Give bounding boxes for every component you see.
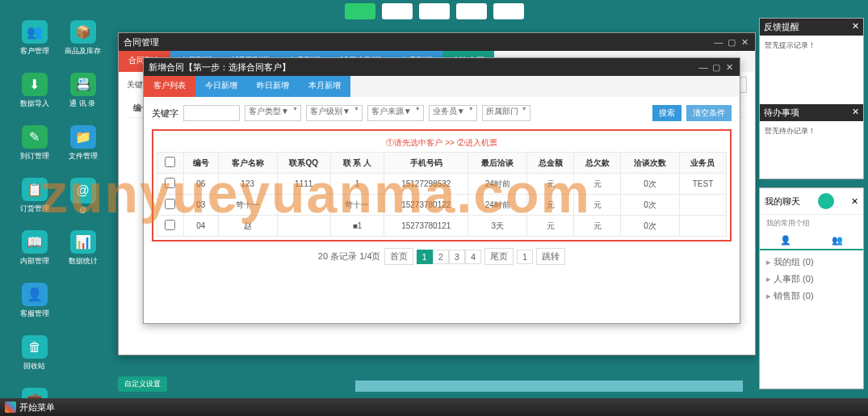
table-row[interactable]: 061231111 115127298532 24时前元 元0次TEST [157,174,727,195]
app-icon: 👤 [22,283,48,306]
icon-label: 商品及库存 [65,46,101,57]
todo-msg: 暂无待办记录！ [760,121,863,141]
icon-label: 到订管理 [20,151,49,162]
top-dock [342,0,527,23]
inner-titlebar[interactable]: 新增合同【第一步：选择合同客户】 — ▢ ✕ [144,58,740,76]
filter-row: 关键字 客户类型▼ 客户级别▼ 客户来源▼ 业务员▼ 所属部门 搜索 清空条件 [152,100,732,126]
desktop-icon[interactable]: 📁文件管理 [65,125,101,162]
customer-level-select[interactable]: 客户级别▼ [306,105,363,121]
pager: 20 条记录 1/4页 首页 1234 尾页 1 跳转 [152,242,732,271]
notice-title: 反馈提醒 [764,21,799,33]
desktop-icon[interactable]: ⬇数据导入 [16,73,52,109]
window-title: 合同管理 [124,36,159,48]
start-label: 开始菜单 [19,401,55,414]
desktop-icon[interactable]: 📖内部管理 [16,230,52,267]
pager-go[interactable]: 跳转 [536,248,565,265]
pager-page[interactable]: 2 [433,250,449,264]
app-icon: 📊 [70,230,96,254]
row-checkbox[interactable] [165,199,175,209]
app-icon: ✎ [22,125,48,149]
contact-group-item[interactable]: 销售部 (0) [766,288,857,305]
icon-label: 数据导入 [20,99,49,109]
pager-jump[interactable]: 1 [517,250,533,264]
inner-tab[interactable]: 今日新增 [195,76,247,97]
search-button[interactable]: 搜索 [652,105,681,121]
inner-tab[interactable]: 本月新增 [299,76,350,97]
row-checkbox[interactable] [165,178,175,188]
table-header: 总金额 [527,153,574,174]
contact-tab-group[interactable]: 👥 [811,232,863,249]
dock-item[interactable] [419,3,450,19]
desktop-icon[interactable]: 👥客户管理 [16,20,52,57]
table-row[interactable]: 03苛十一 苛十一15273780122 24时前元 元0次 [157,195,727,216]
inner-tabs: 客户列表今日新增昨日新增本月新增 [144,76,740,97]
todo-close-icon[interactable]: ✕ [852,107,859,119]
app-icon: 📖 [22,230,48,254]
desktop-icon[interactable]: 📊数据统计 [65,230,101,267]
row-checkbox[interactable] [165,220,175,230]
app-icon: 📁 [70,125,96,149]
icon-label: 客户管理 [20,46,49,57]
minimize-icon[interactable]: — [698,61,709,73]
contact-close-icon[interactable]: ✕ [851,196,858,207]
desktop-icon[interactable]: ✎到订管理 [16,125,52,162]
dock-item[interactable] [493,3,524,19]
desktop-icon[interactable]: 📦商品及库存 [65,20,101,57]
avatar-icon[interactable] [818,193,834,209]
inner-tab[interactable]: 客户列表 [144,76,195,97]
table-header [157,153,184,174]
maximize-icon[interactable]: ▢ [726,36,737,48]
pager-info: 20 条记录 1/4页 [318,250,381,263]
icon-label: @ [79,206,86,214]
table-header: 客户名称 [218,153,277,174]
pager-page[interactable]: 4 [465,250,481,264]
keyword-input[interactable] [183,105,240,121]
app-icon: ⬇ [22,73,48,96]
close-icon[interactable]: ✕ [723,61,735,73]
dock-item[interactable] [456,3,487,19]
table-header: 编号 [183,153,218,174]
table-header: 业务员 [679,153,726,174]
pager-page[interactable]: 3 [449,250,465,264]
contact-tab-person[interactable]: 👤 [760,232,811,249]
app-icon: 👥 [22,20,48,44]
table-header: 联 系 人 [330,153,384,174]
desktop-icon[interactable]: 🗑回收站 [16,335,52,372]
icon-label: 客服管理 [20,309,49,319]
icon-label: 订货管理 [20,204,49,214]
customer-source-select[interactable]: 客户来源▼ [367,105,424,121]
desktop-icon[interactable]: @@ [65,178,101,214]
footer-bar [355,380,743,392]
contact-group-item[interactable]: 我的组 (0) [766,254,857,271]
start-button[interactable]: 开始菜单 [5,401,55,414]
inner-title: 新增合同【第一步：选择合同客户】 [149,61,291,74]
pager-first[interactable]: 首页 [384,248,413,265]
table-header: 手机号码 [384,153,468,174]
desktop-icon[interactable]: 📇通 讯 录 [65,73,101,109]
custom-settings-button[interactable]: 自定义设置 [118,376,167,392]
titlebar[interactable]: 合同管理 — ▢ ✕ [119,33,755,51]
customer-table-box: ①请先选中客户 >> ②进入机票 编号客户名称联系QQ联 系 人手机号码最后洽谈… [152,129,732,242]
icon-label: 通 讯 录 [69,99,95,109]
icon-label: 数据统计 [69,256,98,267]
table-header: 总欠款 [574,153,621,174]
select-all-checkbox[interactable] [165,157,175,167]
close-icon[interactable]: ✕ [739,36,750,48]
contact-group-item[interactable]: 人事部 (0) [766,271,857,288]
clear-button[interactable]: 清空条件 [686,105,732,121]
pager-last[interactable]: 尾页 [484,248,514,265]
pager-page[interactable]: 1 [417,250,433,264]
inner-tab[interactable]: 昨日新增 [247,76,299,97]
desktop-icon[interactable]: 👤客服管理 [16,283,52,319]
department-select[interactable]: 所属部门 [482,105,530,121]
minimize-icon[interactable]: — [713,36,724,48]
notice-close-icon[interactable]: ✕ [852,21,859,33]
desktop-icon[interactable]: 📋订货管理 [16,178,52,214]
maximize-icon[interactable]: ▢ [711,61,722,73]
dock-item[interactable] [345,3,375,19]
table-header: 联系QQ [277,153,330,174]
salesperson-select[interactable]: 业务员▼ [429,105,477,121]
table-row[interactable]: 04赵 ■115273780121 3天元 元0次 [157,216,727,237]
customer-type-select[interactable]: 客户类型▼ [245,105,301,121]
dock-item[interactable] [382,3,413,19]
